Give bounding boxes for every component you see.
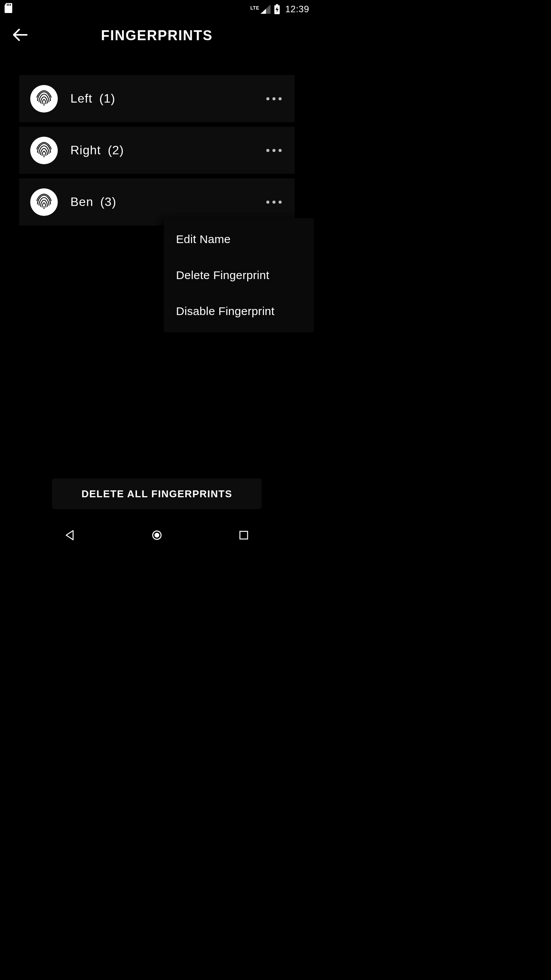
triangle-back-icon (65, 530, 75, 542)
arrow-left-icon (11, 26, 29, 46)
fingerprint-row[interactable]: Left (1) (19, 75, 295, 122)
fingerprint-name: Ben (70, 195, 93, 209)
delete-all-button[interactable]: DELETE ALL FINGERPRINTS (52, 479, 262, 509)
svg-rect-11 (240, 531, 248, 539)
menu-disable-fingerprint[interactable]: Disable Fingerprint (164, 293, 314, 329)
more-button[interactable] (264, 193, 284, 211)
fingerprint-icon (30, 85, 58, 113)
svg-rect-4 (276, 4, 278, 5)
svg-point-10 (155, 533, 159, 537)
sd-card-icon (5, 3, 13, 15)
nav-recent-button[interactable] (236, 528, 252, 544)
dot-icon (266, 201, 269, 204)
svg-point-6 (30, 85, 58, 113)
fingerprint-label: Right (2) (70, 143, 124, 157)
dot-icon (272, 149, 276, 152)
circle-home-icon (152, 530, 162, 542)
system-nav-bar (0, 521, 314, 551)
battery-charging-icon (274, 4, 280, 14)
svg-point-7 (30, 137, 58, 164)
signal-icon (261, 5, 271, 14)
dot-icon (272, 201, 276, 204)
fingerprint-index: (3) (100, 195, 116, 209)
fingerprint-name: Left (70, 91, 92, 106)
more-button[interactable] (264, 141, 284, 160)
fingerprint-row[interactable]: Right (2) (19, 127, 295, 174)
fingerprint-name: Right (70, 143, 101, 157)
lte-icon: LTE (250, 5, 259, 11)
fingerprint-label: Ben (3) (70, 195, 116, 209)
status-bar: LTE 12:39 (0, 0, 314, 18)
dot-icon (279, 201, 282, 204)
status-bar-left (5, 3, 13, 15)
fingerprint-icon (30, 136, 58, 165)
back-button[interactable] (8, 24, 31, 47)
fingerprint-label: Left (1) (70, 91, 115, 106)
dot-icon (272, 97, 276, 100)
menu-edit-name[interactable]: Edit Name (164, 221, 314, 257)
fingerprint-icon (30, 188, 58, 216)
fingerprint-index: (1) (99, 91, 115, 106)
menu-delete-fingerprint[interactable]: Delete Fingerprint (164, 257, 314, 293)
dot-icon (266, 149, 269, 152)
status-clock: 12:39 (285, 4, 309, 15)
nav-back-button[interactable] (62, 528, 78, 544)
app-header: FINGERPRINTS (0, 18, 314, 53)
svg-rect-2 (10, 4, 11, 6)
square-recent-icon (239, 531, 248, 541)
dot-icon (266, 97, 269, 100)
svg-point-8 (30, 188, 58, 216)
page-title: FINGERPRINTS (101, 28, 213, 44)
dot-icon (279, 149, 282, 152)
context-menu: Edit Name Delete Fingerprint Disable Fin… (164, 218, 314, 332)
more-button[interactable] (264, 90, 284, 108)
fingerprint-list: Left (1) Right (2) Ben (3) (0, 53, 314, 225)
svg-rect-1 (8, 4, 9, 6)
nav-home-button[interactable] (149, 528, 165, 544)
dot-icon (279, 97, 282, 100)
status-bar-right: LTE 12:39 (250, 4, 309, 15)
fingerprint-index: (2) (108, 143, 124, 157)
svg-rect-0 (7, 4, 8, 6)
